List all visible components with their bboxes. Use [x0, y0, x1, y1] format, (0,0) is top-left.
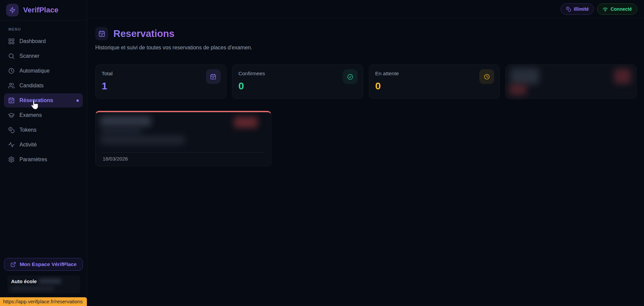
stat-value: 0 — [375, 80, 494, 92]
logo-row: VerifPlace — [0, 0, 87, 20]
sidebar-item-label: Scanner — [19, 53, 40, 59]
gear-icon — [8, 156, 15, 163]
sidebar-item-label: Paramètres — [19, 157, 47, 163]
redacted-school-name — [39, 279, 61, 284]
card-divider — [102, 152, 264, 152]
stat-card-total: Total 1 — [95, 64, 226, 99]
stat-label: Total — [102, 71, 220, 77]
calendar-check-icon — [210, 74, 216, 80]
sidebar-item-label: Automatique — [19, 68, 50, 74]
sidebar-item-dashboard[interactable]: Dashboard — [4, 34, 83, 48]
sidebar-item-examens[interactable]: Examens — [4, 108, 83, 122]
stat-value: 0 — [238, 80, 357, 92]
search-icon — [8, 53, 15, 59]
sidebar-item-label: Réservations — [19, 97, 53, 103]
stat-icon-box — [206, 69, 221, 84]
stat-label: Confirmees — [238, 71, 357, 77]
zap-icon — [9, 7, 16, 13]
wifi-icon — [602, 6, 608, 12]
reservations-grid: 18/03/2026 — [95, 111, 637, 166]
page-header: Reservations — [95, 27, 637, 40]
workspace-button[interactable]: Mon Espace VérifPlace — [4, 258, 83, 271]
stat-card-en-attente: En attente 0 — [369, 64, 500, 99]
redacted-stat-icon — [614, 69, 631, 84]
school-label: Auto école — [11, 278, 37, 284]
tokens-badge-label: Illimité — [574, 6, 589, 12]
stat-card-confirmees: Confirmees 0 — [232, 64, 363, 99]
sidebar-item-automatique[interactable]: Automatique — [4, 64, 83, 78]
stat-value: 1 — [102, 80, 220, 92]
sidebar: VerifPlace MENU Dashboard Scanner Automa… — [0, 0, 87, 306]
sidebar-item-label: Examens — [19, 112, 42, 118]
redacted-school-subline — [11, 287, 54, 291]
connection-status-badge[interactable]: Connecté — [597, 3, 637, 15]
reservation-date: 18/03/2026 — [103, 156, 128, 162]
redacted-status-badge — [234, 117, 258, 128]
check-circle-icon — [347, 74, 353, 80]
graduation-cap-icon — [8, 112, 15, 119]
app-title: VerifPlace — [23, 6, 58, 14]
workspace-button-label: Mon Espace VérifPlace — [20, 261, 77, 267]
redacted-stat-value — [509, 84, 527, 95]
stat-card-redacted — [505, 64, 637, 99]
coins-icon — [566, 6, 571, 12]
menu-section-label: MENU — [8, 27, 87, 31]
redacted-candidate-name — [100, 116, 151, 126]
page-content: Reservations Historique et suivi de tout… — [87, 18, 644, 166]
stat-icon-box — [479, 69, 494, 84]
page-title: Reservations — [113, 28, 174, 39]
coins-icon — [8, 127, 15, 133]
redacted-info-line — [100, 136, 185, 144]
page-subtitle: Historique et suivi de toutes vos reserv… — [95, 45, 637, 51]
main-area: Illimité Connecté Reservations Historiqu… — [87, 0, 644, 306]
reservation-card[interactable]: 18/03/2026 — [95, 111, 271, 166]
sidebar-item-scanner[interactable]: Scanner — [4, 49, 83, 63]
calendar-check-icon — [8, 97, 15, 104]
tokens-badge[interactable]: Illimité — [560, 3, 594, 15]
redacted-stat-label — [511, 68, 539, 84]
status-bar-url: https://app.verifplace.fr/reservations — [0, 297, 87, 306]
sidebar-nav: Dashboard Scanner Automatique Candidats … — [0, 34, 87, 167]
sidebar-item-parametres[interactable]: Paramètres — [4, 152, 83, 167]
school-account-box: Auto école — [7, 275, 80, 294]
sidebar-item-label: Candidats — [19, 83, 44, 89]
active-indicator-dot — [76, 99, 79, 102]
connection-status-label: Connecté — [610, 6, 632, 12]
grid-icon — [8, 38, 15, 45]
sidebar-item-tokens[interactable]: Tokens — [4, 123, 83, 137]
users-icon — [8, 82, 15, 89]
stats-row: Total 1 Confirmees 0 En attente — [95, 64, 637, 99]
page-header-icon-box — [95, 27, 108, 40]
redacted-detail-block — [101, 127, 141, 135]
sidebar-item-label: Tokens — [19, 127, 37, 133]
sidebar-item-label: Activité — [19, 142, 37, 148]
app-logo — [6, 4, 19, 16]
stat-icon-box — [343, 69, 358, 84]
sidebar-item-candidats[interactable]: Candidats — [4, 79, 83, 93]
sidebar-item-reservations[interactable]: Réservations — [4, 93, 83, 107]
activity-icon — [8, 141, 15, 148]
clock-icon — [8, 68, 15, 74]
external-link-icon — [10, 262, 16, 267]
sidebar-item-label: Dashboard — [19, 38, 46, 44]
stat-label: En attente — [375, 71, 494, 77]
clock-icon — [484, 74, 490, 80]
calendar-check-icon — [98, 30, 105, 37]
sidebar-item-activite[interactable]: Activité — [4, 138, 83, 152]
topbar: Illimité Connecté — [87, 0, 644, 18]
